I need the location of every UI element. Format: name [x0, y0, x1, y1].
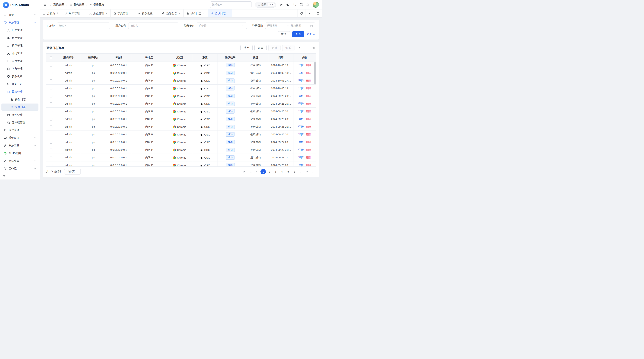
- detail-link[interactable]: 详情: [298, 148, 304, 151]
- sidebar-item-18[interactable]: PLUS官网: [2, 150, 38, 157]
- sidebar-item-4[interactable]: 菜单管理: [2, 42, 38, 49]
- close-icon[interactable]: [178, 12, 180, 14]
- reset-button[interactable]: 重 置: [278, 31, 290, 37]
- dark-mode-moon-icon[interactable]: [286, 3, 290, 6]
- tabs-refresh-button[interactable]: [297, 9, 306, 17]
- tenant-select[interactable]: 选择租户: [210, 1, 252, 8]
- next-group-button[interactable]: [304, 169, 310, 174]
- refresh-table-icon[interactable]: [296, 45, 302, 51]
- tab-6[interactable]: 操作日志: [184, 9, 208, 17]
- row-checkbox[interactable]: [50, 87, 52, 90]
- detail-link[interactable]: 详情: [298, 79, 304, 82]
- delete-link[interactable]: 删除: [306, 141, 311, 144]
- detail-link[interactable]: 详情: [298, 141, 304, 144]
- sidebar-item-1[interactable]: 系统管理: [2, 19, 38, 26]
- breadcrumb-item-0[interactable]: 系统管理: [50, 3, 64, 6]
- close-icon[interactable]: [105, 12, 108, 14]
- select-all-checkbox[interactable]: [50, 56, 52, 59]
- sidebar-item-9[interactable]: 通知公告: [2, 80, 38, 88]
- collapse-sidebar-icon[interactable]: [2, 174, 6, 177]
- close-icon[interactable]: [81, 12, 83, 14]
- translate-icon[interactable]: 文A: [293, 3, 296, 6]
- sidebar-item-11[interactable]: 操作日志: [2, 96, 38, 103]
- row-checkbox[interactable]: [50, 110, 52, 113]
- page-button-6[interactable]: 6: [292, 169, 297, 174]
- tab-4[interactable]: 参数设置: [135, 9, 159, 17]
- sidebar-item-7[interactable]: 字典管理: [2, 65, 38, 72]
- export-button[interactable]: 导 出: [254, 45, 266, 51]
- tab-2[interactable]: 角色管理: [86, 9, 110, 17]
- prev-group-button[interactable]: [248, 169, 253, 174]
- detail-link[interactable]: 详情: [298, 110, 304, 113]
- unlock-button[interactable]: 解 锁: [282, 45, 294, 51]
- first-page-button[interactable]: [242, 169, 247, 174]
- tabs-dropdown-button[interactable]: [306, 9, 314, 17]
- login-date-range[interactable]: 开始日期 结束日期: [265, 22, 316, 29]
- login-status-select[interactable]: 请选择: [196, 22, 247, 29]
- row-checkbox[interactable]: [50, 164, 52, 167]
- next-page-button[interactable]: [298, 169, 304, 174]
- delete-link[interactable]: 删除: [306, 79, 311, 82]
- sidebar-item-15[interactable]: 租户管理: [2, 127, 38, 134]
- close-icon[interactable]: [203, 12, 205, 14]
- sidebar-item-12[interactable]: 登录日志: [2, 103, 38, 111]
- breadcrumb-item-1[interactable]: 日志管理: [70, 3, 84, 6]
- detail-link[interactable]: 详情: [298, 64, 304, 67]
- row-checkbox[interactable]: [50, 64, 52, 67]
- close-icon[interactable]: [154, 12, 156, 14]
- pin-icon[interactable]: [56, 12, 59, 15]
- ip-input[interactable]: [57, 22, 110, 29]
- tab-0[interactable]: 分析页: [40, 9, 62, 17]
- pin-sidebar-icon[interactable]: [34, 174, 38, 177]
- detail-link[interactable]: 详情: [298, 164, 304, 167]
- tabs-fullscreen-button[interactable]: [314, 9, 322, 17]
- row-checkbox[interactable]: [50, 95, 52, 97]
- clear-button[interactable]: 清 空: [240, 45, 252, 51]
- detail-link[interactable]: 详情: [298, 118, 304, 120]
- page-button-4[interactable]: 4: [279, 169, 284, 174]
- table-scrollbar[interactable]: [314, 62, 316, 84]
- delete-link[interactable]: 删除: [306, 118, 311, 120]
- collapse-filter-link[interactable]: 收起: [307, 33, 315, 36]
- delete-link[interactable]: 删除: [306, 71, 311, 74]
- page-size-select[interactable]: 20条/页: [64, 169, 80, 174]
- row-checkbox[interactable]: [50, 102, 52, 105]
- detail-link[interactable]: 详情: [298, 102, 304, 105]
- detail-link[interactable]: 详情: [298, 156, 304, 159]
- avatar[interactable]: [313, 1, 319, 8]
- notifications-bell-icon[interactable]: [306, 3, 310, 6]
- expand-table-icon[interactable]: [304, 45, 309, 51]
- sidebar-item-14[interactable]: 客户端管理: [2, 119, 38, 126]
- row-checkbox[interactable]: [50, 133, 52, 136]
- sidebar-item-5[interactable]: 部门管理: [2, 50, 38, 57]
- row-checkbox[interactable]: [50, 141, 52, 144]
- delete-link[interactable]: 删除: [306, 95, 311, 97]
- delete-link[interactable]: 删除: [306, 148, 311, 151]
- delete-button[interactable]: 删 除: [268, 45, 280, 51]
- last-page-button[interactable]: [310, 169, 316, 174]
- sidebar-item-16[interactable]: 系统监控: [2, 134, 38, 141]
- sidebar-item-20[interactable]: 工作流: [2, 165, 38, 172]
- sidebar-item-0[interactable]: 概览: [2, 11, 38, 18]
- hamburger-icon[interactable]: [43, 3, 47, 6]
- global-search[interactable]: 搜索 ⌘ K: [255, 1, 276, 8]
- settings-gear-icon[interactable]: [280, 3, 283, 6]
- delete-link[interactable]: 删除: [306, 125, 311, 128]
- tab-7[interactable]: 登录日志: [208, 9, 232, 17]
- page-button-2[interactable]: 2: [267, 169, 272, 174]
- tab-3[interactable]: 字典管理: [110, 9, 135, 17]
- sidebar-item-10[interactable]: 日志管理: [2, 88, 38, 95]
- sidebar-item-8[interactable]: 参数设置: [2, 73, 38, 80]
- page-button-5[interactable]: 5: [286, 169, 291, 174]
- detail-link[interactable]: 详情: [298, 125, 304, 128]
- page-button-3[interactable]: 3: [273, 169, 278, 174]
- close-icon[interactable]: [227, 12, 229, 14]
- query-button[interactable]: 查 询: [292, 31, 304, 37]
- delete-link[interactable]: 删除: [306, 102, 311, 105]
- delete-link[interactable]: 删除: [306, 164, 311, 167]
- tab-1[interactable]: 用户管理: [62, 9, 86, 17]
- row-checkbox[interactable]: [50, 156, 52, 159]
- detail-link[interactable]: 详情: [298, 95, 304, 97]
- detail-link[interactable]: 详情: [298, 71, 304, 74]
- page-button-1[interactable]: 1: [260, 169, 266, 174]
